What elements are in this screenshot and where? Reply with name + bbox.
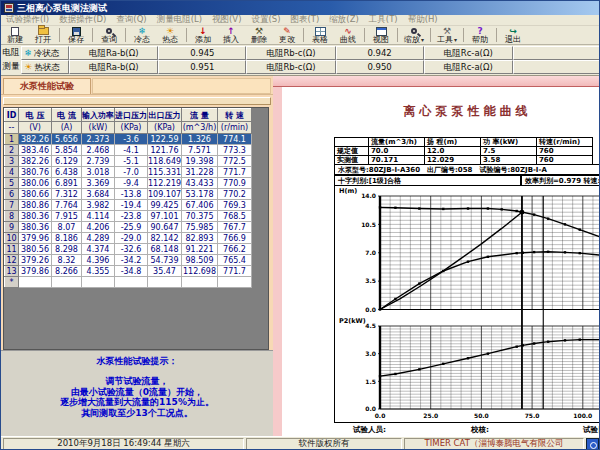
table-cell[interactable]: 6.129 bbox=[52, 156, 82, 167]
toolbar-button-冷态[interactable]: ❄冷态 bbox=[128, 26, 156, 44]
table-cell[interactable]: 70.375 bbox=[182, 211, 218, 222]
row-header[interactable]: 7 bbox=[5, 200, 19, 211]
table-cell[interactable]: 4.206 bbox=[82, 222, 115, 233]
table-cell[interactable]: 97.101 bbox=[148, 211, 182, 222]
tab-pump-performance-test[interactable]: 水泵性能试验 bbox=[3, 78, 91, 94]
dropdown-arrow-icon[interactable]: ▾ bbox=[454, 36, 457, 43]
table-cell[interactable]: 379.86 bbox=[19, 266, 52, 277]
row-header[interactable]: 8 bbox=[5, 211, 19, 222]
table-cell[interactable] bbox=[148, 277, 182, 288]
table-cell[interactable] bbox=[82, 277, 115, 288]
table-row[interactable]: 12379.268.324.396-34.254.73998.509765.4 bbox=[5, 255, 252, 266]
table-cell[interactable]: 19.398 bbox=[182, 156, 218, 167]
table-cell[interactable]: 6.438 bbox=[52, 167, 82, 178]
table-cell[interactable] bbox=[182, 277, 218, 288]
table-cell[interactable]: 2.468 bbox=[82, 145, 115, 156]
table-cell[interactable]: 115.331 bbox=[148, 167, 182, 178]
table-cell[interactable]: 2.739 bbox=[82, 156, 115, 167]
toolbar-button-帮助[interactable]: ?帮助 bbox=[466, 26, 494, 44]
table-cell[interactable]: 54.739 bbox=[148, 255, 182, 266]
row-header[interactable]: 1 bbox=[5, 134, 19, 145]
table-cell[interactable]: 5.656 bbox=[52, 134, 82, 145]
toolbar-button-查询[interactable]: 查询 bbox=[95, 26, 123, 44]
table-cell[interactable]: 118.649 bbox=[148, 156, 182, 167]
table-cell[interactable]: -29.0 bbox=[115, 233, 148, 244]
table-cell[interactable]: 767.7 bbox=[218, 222, 252, 233]
measurement-grid-wrap[interactable]: ID电 压电 流输入功率进口压力出口压力流 量转 速--(V)(A)(kW)(K… bbox=[3, 107, 269, 350]
table-cell[interactable]: 769.3 bbox=[218, 200, 252, 211]
table-cell[interactable]: 68.148 bbox=[148, 244, 182, 255]
row-header[interactable]: 3 bbox=[5, 156, 19, 167]
table-cell[interactable]: 4.396 bbox=[82, 255, 115, 266]
row-header[interactable]: 12 bbox=[5, 255, 19, 266]
row-header[interactable]: 6 bbox=[5, 189, 19, 200]
grid-header-cell[interactable]: ID bbox=[5, 109, 19, 122]
table-cell[interactable]: 771.7 bbox=[218, 167, 252, 178]
table-cell[interactable]: -34.2 bbox=[115, 255, 148, 266]
table-cell[interactable]: 2.373 bbox=[82, 134, 115, 145]
table-cell[interactable]: 8.32 bbox=[52, 255, 82, 266]
table-cell[interactable]: -25.9 bbox=[115, 222, 148, 233]
dropdown-arrow-icon[interactable]: ▾ bbox=[421, 36, 424, 43]
table-cell[interactable]: 3.018 bbox=[82, 167, 115, 178]
table-row[interactable]: 11380.568.2984.374-32.668.14891.221766.2 bbox=[5, 244, 252, 255]
table-cell[interactable]: -4.1 bbox=[115, 145, 148, 156]
toolbar-button-打开[interactable]: 打开 bbox=[29, 26, 57, 44]
toolbar-button-热态[interactable]: ☀热态 bbox=[156, 26, 184, 44]
table-cell[interactable]: 7.915 bbox=[52, 211, 82, 222]
toolbar-button-添加[interactable]: ↓添加 bbox=[189, 26, 217, 44]
table-cell[interactable]: 766.9 bbox=[218, 233, 252, 244]
table-cell[interactable]: 379.96 bbox=[19, 233, 52, 244]
grid-header-cell[interactable]: 输入功率 bbox=[82, 109, 115, 122]
table-cell[interactable]: 379.26 bbox=[19, 255, 52, 266]
menu-item[interactable]: 测量电阻(L) bbox=[152, 14, 207, 26]
table-cell[interactable]: 75.985 bbox=[182, 222, 218, 233]
table-cell[interactable]: 8.07 bbox=[52, 222, 82, 233]
menu-item[interactable]: 工具(T) bbox=[364, 14, 403, 26]
table-cell[interactable]: 8.298 bbox=[52, 244, 82, 255]
table-cell[interactable]: 43.433 bbox=[182, 178, 218, 189]
state-button-冷状态[interactable]: ❄冷状态 bbox=[21, 46, 69, 60]
table-cell[interactable]: 380.66 bbox=[19, 189, 52, 200]
table-cell[interactable]: 380.56 bbox=[19, 244, 52, 255]
table-cell[interactable]: 82.142 bbox=[148, 233, 182, 244]
table-cell[interactable]: 122.59 bbox=[148, 134, 182, 145]
table-cell[interactable]: 771.7 bbox=[218, 266, 252, 277]
table-row[interactable]: 5380.066.8913.369-9.4112.21943.433770.9 bbox=[5, 178, 252, 189]
table-cell[interactable] bbox=[218, 277, 252, 288]
toolbar-button-更改[interactable]: ✎更改 bbox=[273, 26, 301, 44]
menu-item[interactable]: 数据操作(D) bbox=[54, 14, 111, 26]
table-cell[interactable]: 98.509 bbox=[182, 255, 218, 266]
table-row[interactable]: 6380.667.3123.684-13.8109.10753.178770.2 bbox=[5, 189, 252, 200]
table-cell[interactable]: -19.4 bbox=[115, 200, 148, 211]
menu-item[interactable]: 设置(S) bbox=[246, 14, 285, 26]
table-cell[interactable] bbox=[115, 277, 148, 288]
table-cell[interactable]: 3.684 bbox=[82, 189, 115, 200]
table-cell[interactable]: 380.06 bbox=[19, 178, 52, 189]
toolbar-button-删除[interactable]: ⚒删除 bbox=[245, 26, 273, 44]
table-cell[interactable]: 4.355 bbox=[82, 266, 115, 277]
row-header[interactable]: 5 bbox=[5, 178, 19, 189]
table-row[interactable]: 1382.265.6562.373-3.6122.591.326774.1 bbox=[5, 134, 252, 145]
table-cell[interactable] bbox=[19, 277, 52, 288]
toolbar-button-退出[interactable]: ↪退出 bbox=[499, 26, 527, 44]
toolbar-button-缩放[interactable]: 缩放▾ bbox=[400, 26, 428, 44]
table-cell[interactable]: -3.6 bbox=[115, 134, 148, 145]
measurement-grid[interactable]: ID电 压电 流输入功率进口压力出口压力流 量转 速--(V)(A)(kW)(K… bbox=[4, 108, 252, 288]
grid-header-cell[interactable]: 流 量 bbox=[182, 109, 218, 122]
table-cell[interactable]: 773.3 bbox=[218, 145, 252, 156]
table-cell[interactable]: 770.2 bbox=[218, 189, 252, 200]
row-header[interactable]: 10 bbox=[5, 233, 19, 244]
toolbar-button-插入[interactable]: ↑插入 bbox=[217, 26, 245, 44]
grid-header-cell[interactable]: 转 速 bbox=[218, 109, 252, 122]
menu-item[interactable]: 查询(Q) bbox=[111, 14, 151, 26]
table-cell[interactable]: 765.4 bbox=[218, 255, 252, 266]
table-cell[interactable]: 380.36 bbox=[19, 222, 52, 233]
table-cell[interactable]: 121.76 bbox=[148, 145, 182, 156]
table-cell[interactable]: -9.4 bbox=[115, 178, 148, 189]
toolbar-button-保存[interactable]: 保存 bbox=[62, 26, 90, 44]
table-cell[interactable]: 383.46 bbox=[19, 145, 52, 156]
row-header[interactable]: 2 bbox=[5, 145, 19, 156]
table-cell[interactable]: 7.571 bbox=[182, 145, 218, 156]
table-row[interactable]: 9380.368.074.206-25.990.64775.985767.7 bbox=[5, 222, 252, 233]
